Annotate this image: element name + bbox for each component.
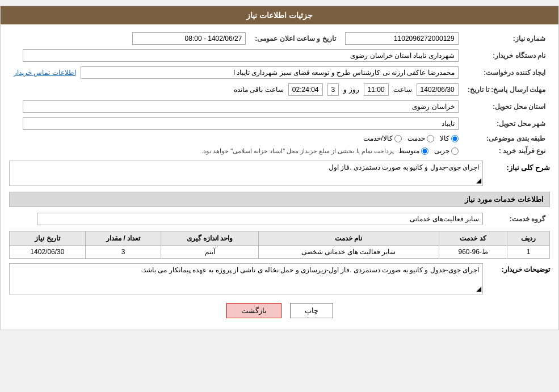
category-kala-khadamat-item[interactable]: کالا/خدمت bbox=[363, 134, 401, 142]
category-khadamat-label: خدمت bbox=[407, 134, 425, 142]
response-deadline-label: مهلت ارسال پاسخ: تا تاریخ: bbox=[463, 81, 550, 98]
table-row: 1 ط-96-960 سایر فعالیت های خدماتی شخصی آ… bbox=[10, 246, 550, 259]
page-title: جزئیات اطلاعات نیاز bbox=[246, 11, 313, 20]
service-group-label: گروه خدمت: bbox=[487, 210, 550, 227]
response-time-label: ساعت bbox=[393, 86, 412, 94]
requester-value: محمدرضا عاکفی ارزنه نی کارشناس طرح و توس… bbox=[81, 66, 459, 79]
contact-info-link[interactable]: اطلاعات تماس خریدار bbox=[14, 69, 76, 77]
category-kala-khadamat-radio[interactable] bbox=[394, 135, 402, 142]
city-label: شهر محل تحویل: bbox=[463, 115, 550, 132]
col-date: تاریخ نیاز bbox=[10, 231, 86, 246]
province-value: خراسان رضوی bbox=[23, 100, 459, 113]
requester-label: ایجاد کننده درخواست: bbox=[463, 64, 550, 81]
response-remaining-value: 02:24:04 bbox=[288, 83, 323, 96]
response-day-value: 3 bbox=[327, 83, 339, 96]
buyer-description-label: توضیحات خریدار: bbox=[487, 263, 550, 273]
category-kala-khadamat-label: کالا/خدمت bbox=[363, 134, 392, 142]
category-kala-radio[interactable] bbox=[451, 135, 459, 142]
buy-type-jozi-label: جزیی bbox=[434, 147, 449, 155]
col-count: تعداد / مقدار bbox=[85, 231, 161, 246]
announce-date-value: 1402/06/27 - 08:00 bbox=[132, 32, 246, 45]
cell-name: سایر فعالیت های خدماتی شخصی bbox=[258, 246, 439, 259]
button-bar: چاپ بازگشت bbox=[9, 294, 550, 324]
buy-type-label: نوع فرآیند خرید : bbox=[463, 145, 550, 157]
city-value: تایباد bbox=[23, 117, 459, 130]
category-khadamat-item[interactable]: خدمت bbox=[407, 134, 434, 142]
category-khadamat-radio[interactable] bbox=[427, 135, 434, 142]
category-kala-item[interactable]: کالا bbox=[440, 134, 459, 142]
cell-unit: آیتم bbox=[161, 246, 258, 259]
response-date-value: 1402/06/30 bbox=[417, 83, 459, 96]
buy-type-motavasset-label: متوسط bbox=[398, 147, 419, 155]
need-number-value: 1102096272000129 bbox=[345, 32, 459, 45]
page-header: جزئیات اطلاعات نیاز bbox=[1, 6, 558, 24]
buyer-description-value: اجرای جوی-جدول و کانیو به صورت دستمزدی .… bbox=[141, 266, 479, 274]
buy-type-jozi-item[interactable]: جزیی bbox=[434, 147, 459, 155]
print-button[interactable]: چاپ bbox=[290, 303, 333, 318]
response-remaining-label: ساعت باقی مانده bbox=[234, 86, 284, 94]
description-value: اجرای جوی-جدول و کانیو به صورت دستمزدی .… bbox=[13, 163, 479, 171]
buy-type-note: پرداخت تمام یا بخشی از مبلغ خریداز محل "… bbox=[201, 147, 394, 155]
category-kala-label: کالا bbox=[440, 134, 449, 142]
resize-handle: ◢ bbox=[476, 176, 481, 184]
services-section-title: اطلاعات خدمات مورد نیاز bbox=[9, 192, 550, 207]
buyer-name-value: شهرداری تایباد استان خراسان رضوی bbox=[23, 49, 459, 62]
col-name: نام خدمت bbox=[258, 231, 439, 246]
cell-count: 3 bbox=[85, 246, 161, 259]
buy-type-motavasset-radio[interactable] bbox=[421, 147, 428, 155]
col-unit: واحد اندازه گیری bbox=[161, 231, 258, 246]
buyer-name-label: نام دستگاه خریدار: bbox=[463, 47, 550, 64]
col-radif: ردیف bbox=[507, 231, 550, 246]
response-day-label: روز و bbox=[343, 86, 359, 94]
cell-date: 1402/06/30 bbox=[10, 246, 86, 259]
col-code: کد خدمت bbox=[439, 231, 507, 246]
buy-type-jozi-radio[interactable] bbox=[451, 147, 459, 155]
need-number-label: شماره نیاز: bbox=[463, 30, 550, 47]
description-section-label: شرح کلی نیاز: bbox=[487, 161, 550, 175]
back-button[interactable]: بازگشت bbox=[226, 303, 281, 318]
buy-type-motavasset-item[interactable]: متوسط bbox=[398, 147, 428, 155]
category-label: طبقه بندی موضوعی: bbox=[463, 132, 550, 145]
response-time-value: 11:00 bbox=[364, 83, 389, 96]
resize-handle-2: ◢ bbox=[476, 285, 481, 293]
cell-radif: 1 bbox=[507, 246, 550, 259]
cell-code: ط-96-960 bbox=[439, 246, 507, 259]
service-group-value: سایر فعالیت‌های خدماتی bbox=[37, 213, 483, 225]
province-label: استان محل تحویل: bbox=[463, 98, 550, 115]
announce-date-label: تاریخ و ساعت اعلان عمومی: bbox=[250, 30, 340, 47]
